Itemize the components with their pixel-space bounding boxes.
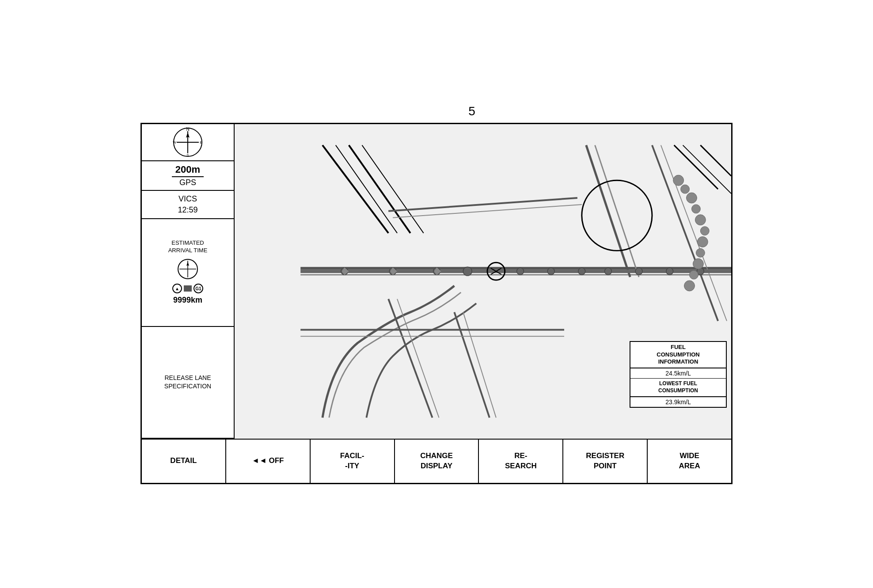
svg-line-22 <box>388 198 577 211</box>
route-start-icon: ▲ <box>172 284 182 293</box>
scale-distance: 200m <box>172 164 204 177</box>
off-button[interactable]: ◄◄ OFF <box>226 440 311 483</box>
small-compass-icon <box>177 258 199 280</box>
svg-text:N: N <box>186 127 189 132</box>
svg-point-61 <box>690 270 698 279</box>
scale-cell: 200m GPS <box>142 161 234 191</box>
route-mid-icon <box>184 285 192 292</box>
svg-point-45 <box>605 268 612 275</box>
route-end-icon: G1 <box>194 284 203 293</box>
svg-point-44 <box>578 268 585 275</box>
svg-point-54 <box>687 193 697 203</box>
svg-point-59 <box>696 248 705 257</box>
compass-icon: N S W E <box>172 127 203 158</box>
svg-text:E: E <box>200 140 202 144</box>
svg-point-60 <box>693 258 703 269</box>
left-sidebar: N S W E 200m GPS VICS <box>142 124 235 439</box>
vics-cell: VICS 12:59 <box>142 191 234 219</box>
svg-point-46 <box>635 268 642 275</box>
map-area: FUELCONSUMPTIONINFORMATION 24.5km/L LOWE… <box>235 124 731 439</box>
svg-point-52 <box>673 175 684 186</box>
svg-line-12 <box>323 145 388 233</box>
main-area: N S W E 200m GPS VICS <box>142 124 731 439</box>
scale-gps: GPS <box>172 178 204 187</box>
svg-point-62 <box>684 281 695 291</box>
estimated-label: ESTIMATEDARRIVAL TIME <box>168 239 208 254</box>
svg-line-27 <box>700 145 731 176</box>
bottom-toolbar: DETAIL ◄◄ OFF FACIL--ITY CHANGEDISPLAY R… <box>142 439 731 483</box>
estimated-distance: 9999km <box>173 295 202 305</box>
svg-line-15 <box>362 145 423 233</box>
register-point-button[interactable]: REGISTERPOINT <box>563 440 648 483</box>
fuel-lowest-value: 23.9km/L <box>630 397 726 407</box>
svg-point-57 <box>700 226 709 235</box>
compass-cell: N S W E <box>142 124 234 161</box>
svg-line-30 <box>454 312 490 417</box>
svg-point-47 <box>666 268 673 275</box>
svg-line-28 <box>388 299 432 417</box>
page-wrapper: 5 N S W E <box>127 95 746 493</box>
fuel-current-value: 24.5km/L <box>630 368 726 379</box>
release-lane-cell[interactable]: RELEASE LANESPECIFICATION <box>142 327 234 438</box>
svg-point-42 <box>517 268 524 275</box>
lowest-fuel-header: LOWEST FUELCONSUMPTION <box>630 379 726 397</box>
facility-button[interactable]: FACIL--ITY <box>311 440 395 483</box>
svg-point-38 <box>463 267 472 276</box>
release-lane-label: RELEASE LANESPECIFICATION <box>164 374 211 391</box>
svg-line-13 <box>336 145 397 233</box>
svg-point-56 <box>695 214 706 225</box>
svg-point-55 <box>691 204 700 213</box>
wide-area-button[interactable]: WIDEAREA <box>648 440 731 483</box>
scale-box: 200m GPS <box>172 164 204 187</box>
svg-point-53 <box>681 185 690 193</box>
svg-text:S: S <box>186 153 189 157</box>
figure-label: 5 <box>468 104 475 118</box>
svg-text:W: W <box>173 140 176 144</box>
svg-line-19 <box>595 145 639 277</box>
svg-point-58 <box>697 236 708 247</box>
navigation-screen: N S W E 200m GPS VICS <box>140 123 733 484</box>
estimated-arrival-cell: ESTIMATEDARRIVAL TIME ▲ G1 9999km <box>142 219 234 327</box>
detail-button[interactable]: DETAIL <box>142 440 226 483</box>
svg-line-29 <box>397 299 439 417</box>
svg-line-18 <box>586 145 630 277</box>
svg-point-43 <box>547 268 554 275</box>
svg-line-31 <box>463 312 496 417</box>
svg-line-23 <box>393 204 582 217</box>
fuel-consumption-header: FUELCONSUMPTIONINFORMATION <box>630 342 726 369</box>
vics-time: 12:59 <box>178 205 197 216</box>
route-icons: ▲ G1 <box>172 284 203 293</box>
fuel-info-overlay: FUELCONSUMPTIONINFORMATION 24.5km/L LOWE… <box>630 341 727 408</box>
re-search-button[interactable]: RE-SEARCH <box>479 440 563 483</box>
change-display-button[interactable]: CHANGEDISPLAY <box>395 440 479 483</box>
svg-line-21 <box>661 145 727 321</box>
vics-label: VICS <box>178 193 197 205</box>
